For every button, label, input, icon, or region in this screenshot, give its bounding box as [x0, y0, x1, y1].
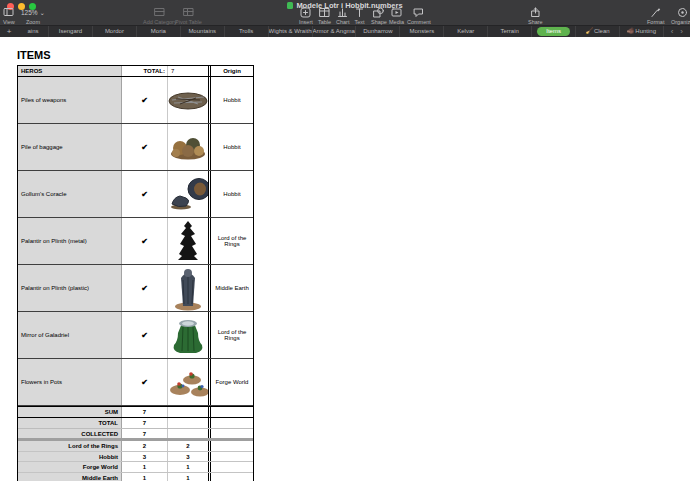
sheet-tab-wights-wraiths[interactable]: Wights & Wraiths — [268, 26, 312, 37]
sheet-tab-terrain[interactable]: Terrain — [487, 26, 531, 37]
sheet-tab-items-active[interactable]: Items — [531, 26, 575, 37]
sidebar-view-icon — [3, 7, 14, 18]
broom-icon: 🧹 — [585, 28, 593, 34]
next-sheets-button[interactable]: › — [680, 26, 683, 37]
item-name-cell[interactable]: Pile of baggage — [18, 124, 122, 170]
item-origin-cell[interactable]: Lord of the Rings — [211, 312, 253, 358]
sheet-tab-moria[interactable]: Moria — [136, 26, 180, 37]
summary-value2[interactable] — [168, 429, 211, 438]
table-row: Palantir on Plinth (metal) ✔ Lord of the… — [18, 218, 253, 265]
origin-label[interactable]: Hobbit — [18, 452, 122, 462]
origin-label[interactable]: Middle Earth — [18, 473, 122, 481]
origin-count[interactable]: 3 — [122, 452, 168, 462]
origin-count[interactable]: 1 — [122, 473, 168, 481]
summary-value2[interactable] — [168, 418, 211, 428]
sheet-tab-hunting[interactable]: 🐗Hunting — [619, 26, 663, 37]
sheet-tab-mordor[interactable]: Mordor — [92, 26, 136, 37]
shape-button[interactable]: Shape — [371, 7, 387, 25]
sheet-tab-armor-angmar[interactable]: Armor & Angmar — [312, 26, 356, 37]
add-category-button[interactable]: Add Category — [143, 7, 177, 25]
sheet-tab-trolls[interactable]: Trolls — [224, 26, 268, 37]
origin-empty-cell[interactable] — [211, 441, 253, 451]
item-origin-cell[interactable]: Middle Earth — [211, 265, 253, 311]
sheet-tab-dunharrow[interactable]: Dunharrow — [355, 26, 399, 37]
item-name-cell[interactable]: Palantir on Plinth (plastic) — [18, 265, 122, 311]
item-image-cell[interactable] — [168, 359, 211, 405]
share-button[interactable]: Share — [528, 7, 543, 25]
origin-count2[interactable]: 1 — [168, 473, 211, 481]
sheet-title[interactable]: ITEMS — [17, 49, 51, 61]
item-image-cell[interactable] — [168, 77, 211, 123]
item-name-cell[interactable]: Piles of weapons — [18, 77, 122, 123]
sheet-tab-clean[interactable]: 🧹Clean — [575, 26, 619, 37]
item-check-cell[interactable]: ✔ — [122, 359, 168, 405]
origin-count2[interactable]: 1 — [168, 462, 211, 472]
origin-label[interactable]: Lord of the Rings — [18, 441, 122, 451]
summary-origin-cell[interactable] — [211, 418, 253, 428]
summary-value[interactable]: 7 — [122, 418, 168, 428]
zoom-value[interactable]: 125% ⌄ — [21, 8, 45, 18]
item-image-cell[interactable] — [168, 312, 211, 358]
item-image-cell[interactable] — [168, 265, 211, 311]
media-button[interactable]: Media — [389, 7, 404, 25]
zoom-control[interactable]: 125% ⌄ Zoom — [21, 8, 45, 25]
origin-count2[interactable]: 3 — [168, 452, 211, 462]
chart-button[interactable]: Chart — [336, 7, 349, 25]
pivot-table-button[interactable]: Pivot Table — [175, 7, 202, 25]
item-check-cell[interactable]: ✔ — [122, 77, 168, 123]
item-origin-cell[interactable]: Lord of the Rings — [211, 218, 253, 264]
text-button[interactable]: Text — [354, 7, 365, 25]
item-check-cell[interactable]: ✔ — [122, 171, 168, 217]
sheet-tab-kelvar[interactable]: Kelvar — [443, 26, 487, 37]
summary-label[interactable]: TOTAL — [18, 418, 122, 428]
view-button[interactable]: View — [3, 7, 15, 25]
item-check-cell[interactable]: ✔ — [122, 124, 168, 170]
organize-button[interactable]: Organize — [671, 7, 690, 25]
sheet-tab-monsters[interactable]: Monsters — [399, 26, 443, 37]
origin-count[interactable]: 1 — [122, 462, 168, 472]
header-total-count[interactable]: 7 — [168, 66, 211, 76]
header-heros[interactable]: HEROS — [18, 66, 122, 76]
origin-count[interactable]: 2 — [122, 441, 168, 451]
origin-label[interactable]: Forge World — [18, 462, 122, 472]
summary-origin-cell[interactable] — [211, 429, 253, 438]
item-check-cell[interactable]: ✔ — [122, 218, 168, 264]
pivot-table-icon — [183, 7, 194, 18]
summary-label[interactable]: COLLECTED — [18, 429, 122, 438]
sheet-tab-bar: + ains Isengard Mordor Moria Mountains T… — [0, 25, 690, 37]
sheet-tab-isengard[interactable]: Isengard — [48, 26, 92, 37]
summary-value[interactable]: 7 — [122, 429, 168, 438]
header-origin[interactable]: Origin — [211, 66, 253, 76]
item-image-cell[interactable] — [168, 171, 211, 217]
item-origin-cell[interactable]: Hobbit — [211, 124, 253, 170]
origin-count2[interactable]: 2 — [168, 441, 211, 451]
summary-label[interactable]: SUM — [18, 407, 122, 417]
item-check-cell[interactable]: ✔ — [122, 265, 168, 311]
origin-empty-cell[interactable] — [211, 462, 253, 472]
prev-sheets-button[interactable]: ‹ — [671, 26, 674, 37]
summary-value2[interactable] — [168, 407, 211, 417]
add-sheet-button[interactable]: + — [0, 26, 18, 37]
table-button[interactable]: Table — [318, 7, 331, 25]
summary-origin-cell[interactable] — [211, 407, 253, 417]
item-image-cell[interactable] — [168, 124, 211, 170]
item-name-cell[interactable]: Gollum's Coracle — [18, 171, 122, 217]
item-name-cell[interactable]: Palantir on Plinth (metal) — [18, 218, 122, 264]
item-image-cell[interactable] — [168, 218, 211, 264]
sheet-tab-mountains[interactable]: Mountains — [180, 26, 224, 37]
sheet-canvas[interactable]: ITEMS HEROS TOTAL: 7 Origin Piles of wea… — [0, 37, 690, 481]
item-origin-cell[interactable]: Hobbit — [211, 171, 253, 217]
summary-value[interactable]: 7 — [122, 407, 168, 417]
origin-empty-cell[interactable] — [211, 452, 253, 462]
item-name-cell[interactable]: Mirror of Galadriel — [18, 312, 122, 358]
insert-button[interactable]: Insert — [299, 7, 313, 25]
item-origin-cell[interactable]: Hobbit — [211, 77, 253, 123]
comment-button[interactable]: Comment — [407, 7, 431, 25]
format-button[interactable]: Format — [647, 7, 664, 25]
header-total[interactable]: TOTAL: — [122, 66, 168, 76]
item-name-cell[interactable]: Flowers in Pots — [18, 359, 122, 405]
item-check-cell[interactable]: ✔ — [122, 312, 168, 358]
item-origin-cell[interactable]: Forge World — [211, 359, 253, 405]
origin-empty-cell[interactable] — [211, 473, 253, 481]
sheet-tab-ains[interactable]: ains — [18, 26, 48, 37]
